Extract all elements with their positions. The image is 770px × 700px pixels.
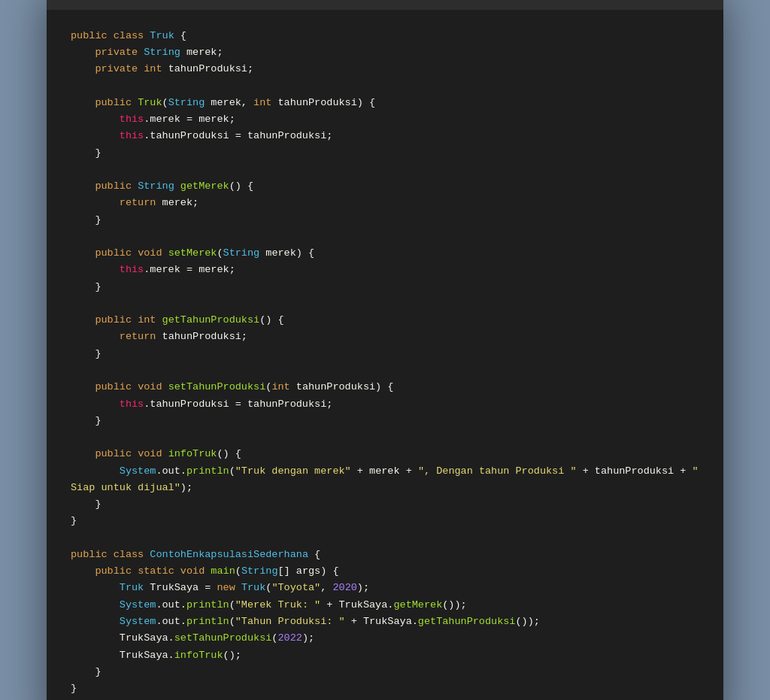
- code-content: public class Truk { private String merek…: [47, 10, 723, 700]
- titlebar: [47, 0, 723, 10]
- code-editor-window: public class Truk { private String merek…: [47, 0, 723, 700]
